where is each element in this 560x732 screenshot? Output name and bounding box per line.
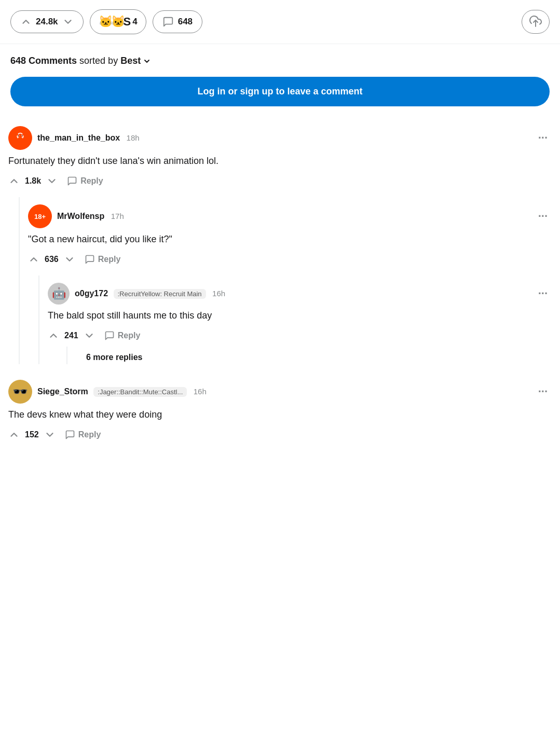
comment-header: 🕶️ Siege_Storm :Jager::Bandit::Mute::Cas…: [8, 380, 552, 404]
avatar: 🤖: [48, 283, 70, 305]
vote-group: 152: [8, 429, 56, 440]
login-button[interactable]: Log in or sign up to leave a comment: [10, 77, 550, 106]
avatar: [8, 126, 32, 150]
reply-label: Reply: [118, 331, 141, 340]
chevron-down-icon: [143, 57, 151, 65]
comment-bubble-icon: [162, 16, 174, 27]
flair: :RecruitYellow: Recruit Main: [114, 289, 206, 299]
comment-meta: Siege_Storm :Jager::Bandit::Mute::Castl.…: [37, 387, 529, 396]
comment: the_man_in_the_box 18h ··· Fortunately t…: [8, 119, 552, 192]
comment-actions: 152 Reply: [8, 429, 552, 440]
username: o0gy172: [75, 289, 108, 298]
flair: :Jager::Bandit::Mute::Castl...: [93, 387, 187, 397]
comment: 🤖 o0gy172 :RecruitYellow: Recruit Main 1…: [48, 275, 552, 347]
upvote-group[interactable]: 24.8k: [10, 10, 84, 33]
vote-count: 1.8k: [25, 176, 41, 186]
comment-header: the_man_in_the_box 18h ···: [8, 126, 552, 150]
comment-meta: o0gy172 :RecruitYellow: Recruit Main 16h: [75, 289, 529, 298]
reply-icon: [67, 176, 77, 186]
time-ago: 16h: [194, 387, 207, 396]
vote-count: 636: [45, 255, 59, 264]
reply-label: Reply: [80, 176, 103, 186]
award-icons: 🐱🐱S: [99, 15, 130, 29]
upvote-icon[interactable]: [8, 175, 20, 187]
award-count: 4: [132, 17, 137, 27]
downvote-icon[interactable]: [46, 175, 58, 187]
upvote-icon[interactable]: [8, 429, 20, 440]
upvote-count: 24.8k: [36, 17, 58, 27]
comment: 18+ MrWolfensp 17h ··· "Got a new haircu…: [28, 197, 552, 270]
comments-count-label: 648 Comments: [10, 56, 79, 66]
vote-group: 241: [48, 330, 95, 341]
reply-button[interactable]: Reply: [85, 254, 121, 265]
comment-body: "Got a new haircut, did you like it?": [28, 232, 552, 246]
more-menu-button[interactable]: ···: [534, 208, 552, 225]
comments-header: 648 Comments sorted by Best: [0, 44, 560, 74]
comment-thread: the_man_in_the_box 18h ··· Fortunately t…: [0, 119, 560, 446]
sorted-by-label: sorted by: [79, 56, 120, 66]
vote-group: 636: [28, 254, 75, 265]
reply-thread: 18+ MrWolfensp 17h ··· "Got a new haircu…: [19, 197, 552, 364]
more-menu-button[interactable]: ···: [534, 383, 552, 400]
sort-button[interactable]: Best: [120, 56, 151, 66]
avatar-18plus: 18+: [28, 204, 52, 228]
comment-actions: 636 Reply: [28, 254, 552, 265]
reply-button[interactable]: Reply: [65, 430, 101, 440]
svg-point-9: [17, 137, 23, 143]
vote-count: 241: [64, 331, 78, 340]
reply-label: Reply: [78, 430, 101, 439]
more-replies[interactable]: 6 more replies: [66, 347, 552, 364]
reply-thread-inner: 🤖 o0gy172 :RecruitYellow: Recruit Main 1…: [38, 275, 552, 364]
username: the_man_in_the_box: [37, 133, 120, 142]
svg-point-7: [16, 133, 18, 135]
comment: 🕶️ Siege_Storm :Jager::Bandit::Mute::Cas…: [8, 372, 552, 446]
top-action-bar: 24.8k 🐱🐱S 4 648: [0, 0, 560, 44]
more-menu-button[interactable]: ···: [534, 285, 552, 302]
comment-body: The bald spot still haunts me to this da…: [48, 309, 552, 323]
upvote-icon[interactable]: [20, 16, 32, 27]
downvote-icon[interactable]: [64, 254, 75, 265]
comment-actions: 241 Reply: [48, 330, 552, 341]
reply-button[interactable]: Reply: [104, 330, 141, 341]
reply-button[interactable]: Reply: [67, 176, 103, 186]
time-ago: 16h: [212, 289, 225, 298]
comment-body: Fortunately they didn't use lana's win a…: [8, 154, 552, 168]
time-ago: 17h: [111, 212, 124, 220]
vote-count: 152: [25, 430, 39, 439]
downvote-icon[interactable]: [44, 429, 56, 440]
reply-label: Reply: [98, 255, 121, 264]
vote-group: 1.8k: [8, 175, 58, 187]
username: MrWolfensp: [57, 212, 104, 220]
username: Siege_Storm: [37, 387, 88, 396]
reply-icon: [104, 330, 115, 341]
time-ago: 18h: [127, 133, 140, 142]
reply-icon: [65, 430, 75, 440]
comment-body: The devs knew what they were doing: [8, 408, 552, 422]
share-button[interactable]: [522, 10, 550, 34]
more-menu-button[interactable]: ···: [534, 129, 552, 147]
comment-header: 18+ MrWolfensp 17h ···: [28, 204, 552, 228]
upvote-icon[interactable]: [28, 254, 39, 265]
comments-pill[interactable]: 648: [153, 10, 202, 33]
comment-actions: 1.8k Reply: [8, 175, 552, 187]
svg-point-8: [22, 133, 24, 135]
downvote-icon[interactable]: [62, 16, 74, 27]
comment-header: 🤖 o0gy172 :RecruitYellow: Recruit Main 1…: [48, 283, 552, 305]
upvote-icon[interactable]: [48, 330, 59, 341]
reply-icon: [85, 254, 95, 265]
share-icon: [529, 16, 542, 28]
comment-meta: MrWolfensp 17h: [57, 212, 529, 221]
comment-meta: the_man_in_the_box 18h: [37, 133, 529, 143]
downvote-icon[interactable]: [84, 330, 95, 341]
comments-count: 648: [178, 17, 193, 27]
avatar: 🕶️: [8, 380, 32, 404]
awards-pill[interactable]: 🐱🐱S 4: [90, 9, 146, 34]
